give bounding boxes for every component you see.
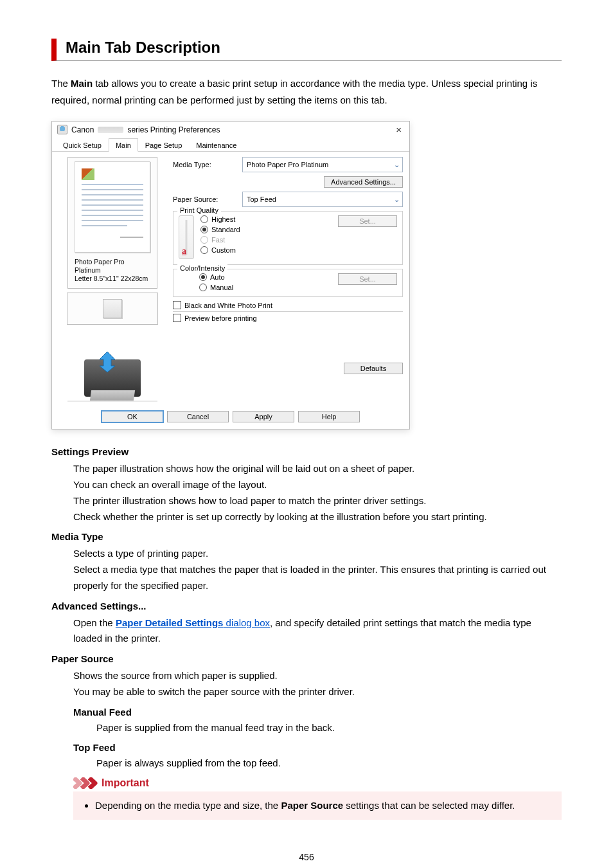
dialog-titlebar: Canon series Printing Preferences × [52,122,409,138]
media-type-select[interactable]: Photo Paper Pro Platinum ⌄ [242,157,403,172]
color-manual-radio[interactable]: Manual [199,284,233,291]
printing-preferences-dialog: Canon series Printing Preferences × Quic… [51,121,410,429]
advanced-settings-button[interactable]: Advanced Settings... [324,176,403,188]
apply-button[interactable]: Apply [233,411,294,422]
tab-maintenance[interactable]: Maintenance [189,138,244,152]
chevron-down-icon: ⌄ [394,195,400,204]
paper-source-select[interactable]: Top Feed ⌄ [242,192,403,207]
tab-strip: Quick Setup Main Page Setup Maintenance [52,138,409,152]
important-body: Depending on the media type and size, th… [73,791,562,820]
print-quality-group: Print Quality a Highest Standard Fast Cu… [173,211,403,265]
quality-fast-radio[interactable]: Fast [200,236,240,244]
quality-slider-letter-icon: a [182,246,186,257]
page-title: Main Tab Description [66,39,562,57]
top-feed-title: Top Feed [73,742,562,753]
defaults-button[interactable]: Defaults [344,363,403,374]
page-number: 456 [51,852,562,862]
manual-feed-title: Manual Feed [73,707,562,718]
dialog-title-prefix: Canon [71,125,94,134]
ok-button[interactable]: OK [102,411,163,422]
load-direction-arrow-icon [96,350,119,374]
paper-source-body: Shows the source from which paper is sup… [73,668,562,700]
dialog-title-suffix: series Printing Preferences [127,125,220,134]
chevron-down-icon: ⌄ [394,161,400,169]
advanced-settings-title: Advanced Settings... [51,601,562,611]
settings-preview-body: The paper illustration shows how the ori… [73,461,562,525]
media-type-body: Selects a type of printing paper. Select… [73,546,562,593]
color-intensity-legend: Color/Intensity [177,264,227,272]
important-chevrons-icon [73,777,102,789]
intro-text: The Main tab allows you to create a basi… [51,75,562,108]
paper-caption-line2: Letter 8.5"x11" 22x28cm [75,275,150,283]
close-icon[interactable]: × [393,124,404,135]
printer-app-icon [57,125,67,134]
tab-main[interactable]: Main [109,138,138,152]
settings-preview-paper: Photo Paper Pro Platinum Letter 8.5"x11"… [67,157,157,289]
media-type-value: Photo Paper Pro Platinum [247,161,328,168]
paper-caption-line1: Photo Paper Pro Platinum [75,258,150,275]
important-header: Important [73,777,562,789]
preview-before-printing-checkbox[interactable]: Preview before printing [173,314,403,322]
media-type-label: Media Type: [173,161,237,168]
quality-slider[interactable]: a [179,215,194,259]
paper-detailed-settings-link[interactable]: Paper Detailed Settings dialog box [116,617,270,628]
tab-quick-setup[interactable]: Quick Setup [56,138,109,152]
manual-feed-body: Paper is supplied from the manual feed t… [96,720,562,736]
bw-photo-print-checkbox[interactable]: Black and White Photo Print [173,301,403,309]
advanced-settings-body: Open the Paper Detailed Settings dialog … [73,615,562,647]
settings-preview-printer [67,331,157,402]
dialog-title-model-blur [98,127,123,133]
top-feed-body: Paper is always supplied from the top fe… [96,755,562,771]
settings-preview-title: Settings Preview [51,446,562,457]
color-intensity-preview [67,293,158,325]
paper-source-label: Paper Source: [173,195,237,203]
print-quality-legend: Print Quality [177,206,221,214]
color-auto-radio[interactable]: Auto [199,273,233,281]
paper-source-title: Paper Source [51,653,562,664]
tab-page-setup[interactable]: Page Setup [138,138,190,152]
quality-custom-radio[interactable]: Custom [200,246,240,254]
quality-highest-radio[interactable]: Highest [200,215,240,223]
cancel-button[interactable]: Cancel [167,411,229,422]
quality-set-button[interactable]: Set... [338,215,397,227]
help-button[interactable]: Help [298,411,360,422]
color-set-button[interactable]: Set... [338,273,397,285]
quality-standard-radio[interactable]: Standard [200,226,240,233]
color-intensity-group: Color/Intensity Auto Manual Set... [173,269,403,297]
paper-source-value: Top Feed [247,195,276,203]
media-type-title: Media Type [51,531,562,542]
